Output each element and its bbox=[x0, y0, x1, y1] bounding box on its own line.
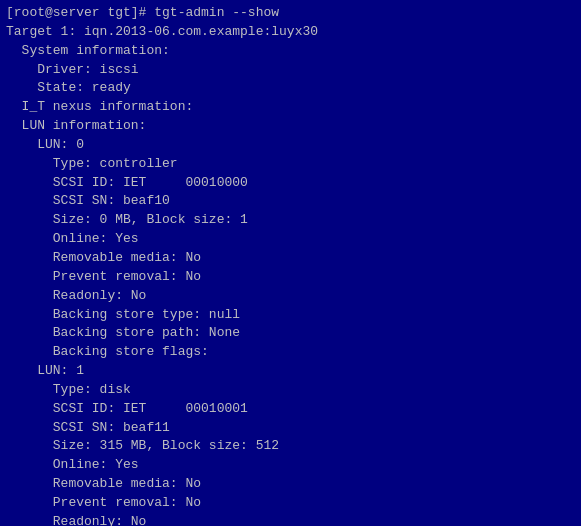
terminal-line: Size: 315 MB, Block size: 512 bbox=[6, 437, 575, 456]
terminal-line: Size: 0 MB, Block size: 1 bbox=[6, 211, 575, 230]
terminal-line: Backing store type: null bbox=[6, 306, 575, 325]
terminal-line: Removable media: No bbox=[6, 249, 575, 268]
terminal-line: SCSI ID: IET 00010000 bbox=[6, 174, 575, 193]
terminal-line: Readonly: No bbox=[6, 287, 575, 306]
terminal-line: System information: bbox=[6, 42, 575, 61]
terminal-line: Target 1: iqn.2013-06.com.example:luyx30 bbox=[6, 23, 575, 42]
terminal-line: Prevent removal: No bbox=[6, 494, 575, 513]
terminal-line: Online: Yes bbox=[6, 456, 575, 475]
terminal-line: I_T nexus information: bbox=[6, 98, 575, 117]
terminal-line: Removable media: No bbox=[6, 475, 575, 494]
terminal-line: Backing store flags: bbox=[6, 343, 575, 362]
terminal-line: SCSI ID: IET 00010001 bbox=[6, 400, 575, 419]
terminal-line: Readonly: No bbox=[6, 513, 575, 526]
terminal-line: SCSI SN: beaf10 bbox=[6, 192, 575, 211]
terminal-line: LUN: 1 bbox=[6, 362, 575, 381]
terminal-line: Online: Yes bbox=[6, 230, 575, 249]
terminal-line: [root@server tgt]# tgt-admin --show bbox=[6, 4, 575, 23]
terminal-line: LUN: 0 bbox=[6, 136, 575, 155]
terminal-line: Backing store path: None bbox=[6, 324, 575, 343]
terminal-window: [root@server tgt]# tgt-admin --showTarge… bbox=[0, 0, 581, 526]
terminal-line: State: ready bbox=[6, 79, 575, 98]
terminal-line: Type: disk bbox=[6, 381, 575, 400]
terminal-line: SCSI SN: beaf11 bbox=[6, 419, 575, 438]
terminal-line: Prevent removal: No bbox=[6, 268, 575, 287]
terminal-line: Driver: iscsi bbox=[6, 61, 575, 80]
terminal-line: Type: controller bbox=[6, 155, 575, 174]
terminal-line: LUN information: bbox=[6, 117, 575, 136]
